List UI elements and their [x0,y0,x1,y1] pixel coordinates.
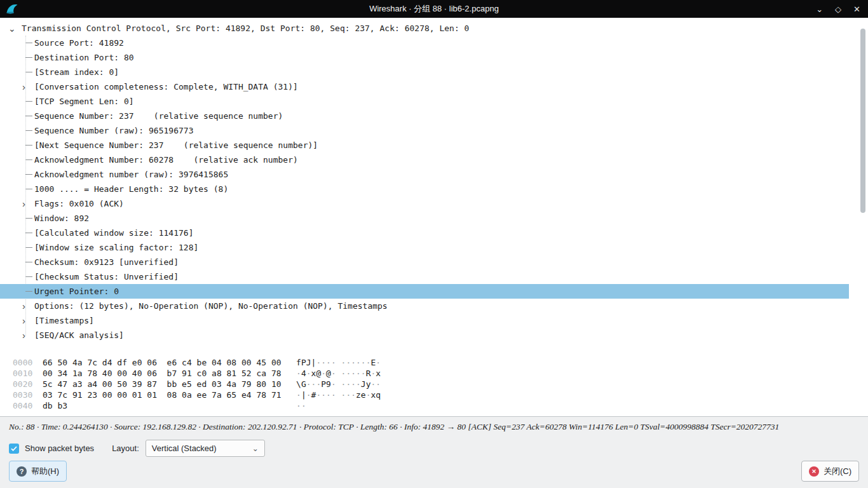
tree-row[interactable]: Checksum: 0x9123 [unverified] [0,255,849,269]
tree-branch-tick [22,211,34,226]
tree-branch-tick [22,123,34,138]
close-button-label: 关闭(C) [824,466,851,477]
layout-select-value: Vertical (Stacked) [152,444,217,453]
hex-dump: 000066 50 4a 7c d4 df e0 06 e6 c4 be 04 … [0,355,868,416]
help-button[interactable]: ? 帮助(H) [9,461,67,482]
packet-detail-tree: ⌄Transmission Control Protocol, Src Port… [0,18,868,355]
layout-label: Layout: [112,444,139,453]
tree-branch-tick [22,182,34,196]
tree-row-label: 1000 .... = Header Length: 32 bytes (8) [34,184,228,194]
hex-ascii: \G···P9· ····Jy·· [296,379,381,389]
check-icon [10,445,18,452]
close-button[interactable]: ✕ 关闭(C) [801,461,859,482]
tree-branch-tick [22,65,34,79]
tree-row-label: Urgent Pointer: 0 [34,287,119,296]
hex-offset: 0020 [13,379,32,389]
tree-row[interactable]: Acknowledgment Number: 60278 (relative a… [0,152,849,167]
tree-branch-tick [22,36,34,50]
hex-line[interactable]: 00205c 47 a3 a4 00 50 39 87 bb e5 ed 03 … [13,379,868,390]
tree-row-label: Source Port: 41892 [34,38,124,48]
tree-row[interactable]: Urgent Pointer: 0 [0,284,849,299]
tree-row-label: [SEQ/ACK analysis] [34,330,124,340]
hex-line[interactable]: 003003 7c 91 23 00 00 01 01 08 0a ee 7a … [13,390,868,401]
hex-ascii: fPJ|···· ······E· [296,358,381,367]
tree-row[interactable]: ›[Timestamps] [0,313,849,328]
hex-line[interactable]: 0040db b3·· [13,401,868,412]
tree-row[interactable]: ›[Conversation completeness: Complete, W… [0,79,849,94]
tree-row[interactable]: ›[SEQ/ACK analysis] [0,328,849,342]
layout-select[interactable]: Vertical (Stacked) ⌄ [146,440,265,457]
hex-bytes: 66 50 4a 7c d4 df e0 06 e6 c4 be 04 08 0… [43,358,281,367]
tree-branch-tick [22,109,34,123]
help-icon: ? [17,466,27,477]
tree-row[interactable]: Source Port: 41892 [0,36,849,50]
hex-bytes: db b3 [43,401,281,410]
tree-branch-tick [22,94,34,109]
tree-row[interactable]: 1000 .... = Header Length: 32 bytes (8) [0,182,849,196]
tree-expander-icon[interactable]: › [22,313,34,328]
tree-row[interactable]: Window: 892 [0,211,849,226]
tree-expander-icon[interactable]: ⌄ [5,21,22,36]
tree-branch-tick [22,50,34,65]
hex-offset: 0030 [13,390,32,400]
tree-row-label: Options: (12 bytes), No-Operation (NOP),… [34,301,388,311]
tree-branch-tick [22,152,34,167]
tree-row[interactable]: ⌄Transmission Control Protocol, Src Port… [0,21,849,36]
hex-bytes: 03 7c 91 23 00 00 01 01 08 0a ee 7a 65 e… [43,390,281,400]
tree-row[interactable]: Sequence Number (raw): 965196773 [0,123,849,138]
window-maximize-button[interactable]: ◇ [835,5,841,13]
hex-bytes: 00 34 1a 78 40 00 40 06 b7 91 c0 a8 81 5… [43,369,281,378]
help-button-label: 帮助(H) [31,466,59,477]
tree-branch-tick [22,226,34,240]
hex-ascii: ·4·x@·@· ·····R·x [296,369,381,378]
window-title: Wireshark · 分组 88 · lib6-2.pcapng [369,3,499,15]
hex-offset: 0000 [13,358,32,367]
tree-row-label: Window: 892 [34,214,89,223]
window-close-button[interactable]: ✕ [853,5,860,13]
show-packet-bytes-checkbox[interactable] [9,444,19,454]
tree-row[interactable]: Destination Port: 80 [0,50,849,65]
tree-expander-icon[interactable]: › [22,299,34,313]
vertical-scrollbar[interactable] [859,19,867,352]
tree-row-label: [TCP Segment Len: 0] [34,97,134,106]
hex-offset: 0010 [13,369,32,378]
packet-summary-line: No.: 88 · Time: 0.244264130 · Source: 19… [0,417,868,432]
tree-row[interactable]: ›Flags: 0x010 (ACK) [0,196,849,211]
hex-line[interactable]: 000066 50 4a 7c d4 df e0 06 e6 c4 be 04 … [13,358,868,369]
tree-row[interactable]: [Checksum Status: Unverified] [0,269,849,284]
hex-line[interactable]: 001000 34 1a 78 40 00 40 06 b7 91 c0 a8 … [13,369,868,379]
close-icon: ✕ [809,466,819,477]
show-packet-bytes-label: Show packet bytes [25,444,94,453]
tree-branch-tick [22,284,34,299]
footer-controls: Show packet bytes Layout: Vertical (Stac… [0,432,868,457]
tree-row-label: [Calculated window size: 114176] [34,228,193,238]
tree-branch-tick [22,138,34,152]
tree-row[interactable]: [Next Sequence Number: 237 (relative seq… [0,138,849,152]
tree-row-label: [Stream index: 0] [34,67,119,77]
tree-row[interactable]: [Calculated window size: 114176] [0,226,849,240]
scrollbar-thumb[interactable] [860,29,865,213]
tree-expander-icon[interactable]: › [22,79,34,94]
tree-row[interactable]: [Window size scaling factor: 128] [0,240,849,255]
tree-row-label: [Timestamps] [34,316,94,325]
tree-branch-tick [22,269,34,284]
tree-row[interactable]: [TCP Segment Len: 0] [0,94,849,109]
tree-row-label: [Checksum Status: Unverified] [34,272,179,281]
dialog-footer: No.: 88 · Time: 0.244264130 · Source: 19… [0,416,868,488]
tree-row-label: Sequence Number (raw): 965196773 [34,126,193,135]
hex-offset: 0040 [13,401,32,410]
chevron-down-icon: ⌄ [252,444,259,453]
tree-expander-icon[interactable]: › [22,328,34,342]
tree-row[interactable]: ›Options: (12 bytes), No-Operation (NOP)… [0,299,849,313]
tree-row-label: Sequence Number: 237 (relative sequence … [34,111,283,121]
hex-ascii: ·· [296,401,306,410]
hex-bytes: 5c 47 a3 a4 00 50 39 87 bb e5 ed 03 4a 7… [43,379,281,389]
hex-ascii: ·|·#···· ···ze·xq [296,390,381,400]
tree-row-label: Checksum: 0x9123 [unverified] [34,257,179,267]
tree-row[interactable]: [Stream index: 0] [0,65,849,79]
tree-row[interactable]: Acknowledgment number (raw): 3976415865 [0,167,849,182]
window-shade-button[interactable]: ⌄ [816,5,823,13]
tree-row[interactable]: Sequence Number: 237 (relative sequence … [0,109,849,123]
tree-expander-icon[interactable]: › [22,196,34,211]
show-packet-bytes-toggle[interactable]: Show packet bytes [9,444,94,454]
